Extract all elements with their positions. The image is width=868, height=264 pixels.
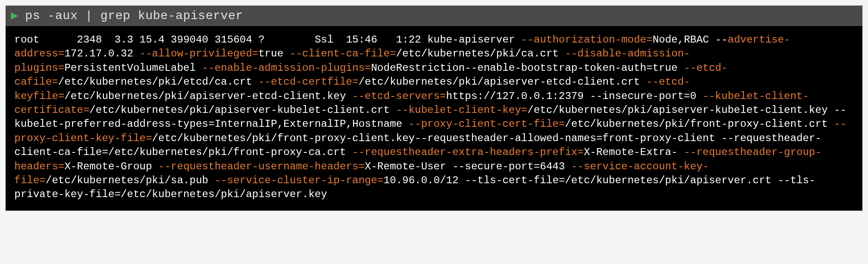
val-service-account-key-file: /etc/kubernetes/pki/sa.pub	[46, 175, 215, 186]
flag-client-ca-file: --client-ca-file=	[290, 48, 396, 59]
ps-pid: 2348	[77, 34, 102, 46]
val-authorization-mode: Node,RBAC --	[653, 34, 728, 46]
val-requestheader-username-headers: X-Remote-User --secure-port=6443	[365, 161, 571, 172]
val-etcd-servers: https://127.0.0.1:2379 --insecure-port=0	[446, 90, 703, 102]
flag-etcd-certfile: --etcd-certfile=	[258, 76, 358, 88]
flag-requestheader-extra-headers-prefix: --requestheader-extra-headers-prefix=	[352, 146, 584, 158]
process-output: root 2348 3.3 15.4 399040 315604 ? Ssl 1…	[14, 33, 854, 202]
ps-start: 15:46	[346, 34, 377, 46]
terminal-window: ▶ ps -aux | grep kube-apiserver root 234…	[5, 5, 863, 211]
flag-authorization-mode: --authorization-mode=	[521, 34, 653, 46]
val-advertise-address: 172.17.0.32	[64, 48, 139, 59]
val-etcd-cafile: /etc/kubernetes/pki/etcd/ca.crt	[58, 76, 258, 88]
ps-stat: Ssl	[315, 34, 333, 46]
flag-etcd-servers: --etcd-servers=	[352, 90, 446, 102]
val-kubelet-client-certificate: /etc/kubernetes/pki/apiserver-kubelet-cl…	[89, 104, 396, 116]
ps-mem: 15.4	[139, 34, 165, 46]
ps-vsz: 399040	[171, 34, 208, 46]
prompt-arrow-icon: ▶	[11, 10, 18, 22]
ps-cmd: kube-apiserver	[427, 34, 515, 46]
val-allow-privileged: true	[258, 48, 290, 59]
val-proxy-client-cert-file: /etc/kubernetes/pki/front-proxy-client.c…	[565, 118, 834, 130]
command-text: ps -aux | grep kube-apiserver	[25, 9, 243, 23]
flag-proxy-client-cert-file: --proxy-client-cert-file=	[408, 118, 565, 130]
terminal-output: root 2348 3.3 15.4 399040 315604 ? Ssl 1…	[6, 26, 862, 211]
ps-rss: 315604	[215, 34, 252, 46]
val-requestheader-extra-headers-prefix: X-Remote-Extra-	[584, 146, 684, 158]
flag-service-cluster-ip-range: --service-cluster-ip-range=	[215, 175, 384, 186]
terminal-header: ▶ ps -aux | grep kube-apiserver	[6, 6, 862, 26]
val-client-ca-file: /etc/kubernetes/pki/ca.crt	[396, 48, 565, 59]
ps-user: root	[14, 34, 40, 46]
val-requestheader-group-headers: X-Remote-Group	[64, 161, 158, 172]
ps-cpu: 3.3	[114, 34, 133, 46]
val-enable-admission-plugins: NodeRestriction--enable-bootstrap-token-…	[371, 62, 684, 74]
val-etcd-certfile: /etc/kubernetes/pki/apiserver-etcd-clien…	[358, 76, 646, 88]
ps-time: 1:22	[396, 34, 421, 46]
val-etcd-keyfile: /etc/kubernetes/pki/apiserver-etcd-clien…	[64, 90, 352, 102]
flag-enable-admission-plugins: --enable-admission-plugins=	[202, 62, 371, 74]
flag-kubelet-client-key: --kubelet-client-key=	[396, 104, 527, 116]
flag-allow-privileged: --allow-privileged=	[139, 48, 258, 59]
ps-tty: ?	[258, 34, 265, 46]
val-disable-admission-plugins: PersistentVolumeLabel	[64, 62, 202, 74]
flag-requestheader-username-headers: --requestheader-username-headers=	[158, 161, 364, 172]
